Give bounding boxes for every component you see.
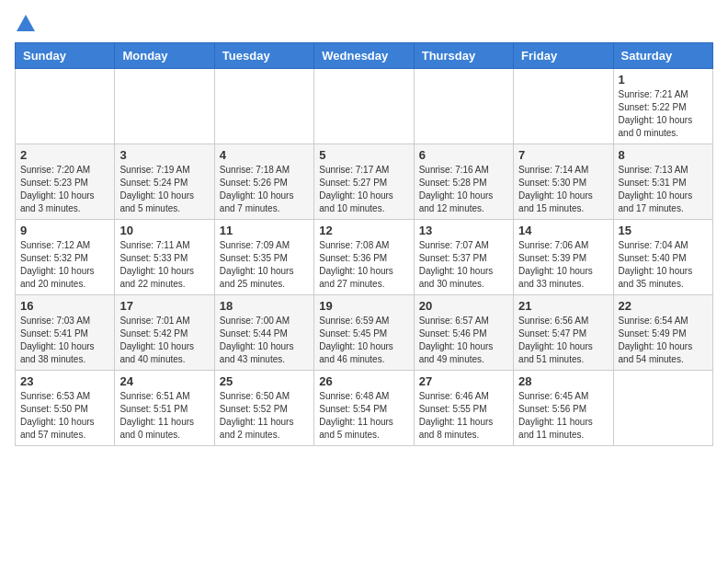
calendar-cell: 24Sunrise: 6:51 AM Sunset: 5:51 PM Dayli… (115, 371, 214, 446)
day-number: 22 (619, 299, 708, 313)
day-info-text: Sunrise: 7:00 AM Sunset: 5:44 PM Dayligh… (220, 315, 309, 366)
day-number: 26 (319, 374, 408, 388)
calendar-cell (613, 371, 712, 446)
logo (15, 15, 35, 35)
calendar-header-row: SundayMondayTuesdayWednesdayThursdayFrid… (16, 43, 713, 69)
day-info-text: Sunrise: 7:20 AM Sunset: 5:23 PM Dayligh… (20, 164, 109, 215)
calendar-cell (514, 69, 613, 144)
day-number: 8 (619, 148, 708, 162)
calendar-table: SundayMondayTuesdayWednesdayThursdayFrid… (15, 42, 713, 446)
calendar-header-thursday: Thursday (414, 43, 513, 69)
day-number: 16 (20, 299, 109, 313)
day-info-text: Sunrise: 7:14 AM Sunset: 5:30 PM Dayligh… (518, 164, 608, 215)
calendar-cell: 11Sunrise: 7:09 AM Sunset: 5:35 PM Dayli… (214, 220, 313, 295)
day-info-text: Sunrise: 6:46 AM Sunset: 5:55 PM Dayligh… (419, 390, 508, 442)
calendar-cell (16, 69, 115, 144)
day-info-text: Sunrise: 7:06 AM Sunset: 5:39 PM Dayligh… (518, 239, 608, 291)
calendar-cell: 2Sunrise: 7:20 AM Sunset: 5:23 PM Daylig… (16, 144, 115, 220)
calendar-cell: 27Sunrise: 6:46 AM Sunset: 5:55 PM Dayli… (414, 371, 513, 446)
calendar-cell (214, 69, 313, 144)
calendar-cell: 16Sunrise: 7:03 AM Sunset: 5:41 PM Dayli… (16, 295, 115, 371)
calendar-cell: 23Sunrise: 6:53 AM Sunset: 5:50 PM Dayli… (16, 371, 115, 446)
calendar-cell: 10Sunrise: 7:11 AM Sunset: 5:33 PM Dayli… (115, 220, 214, 295)
calendar-week-row: 2Sunrise: 7:20 AM Sunset: 5:23 PM Daylig… (16, 144, 713, 220)
day-number: 3 (119, 148, 209, 162)
day-number: 1 (619, 73, 708, 86)
calendar-cell: 17Sunrise: 7:01 AM Sunset: 5:42 PM Dayli… (115, 295, 214, 371)
calendar-week-row: 1Sunrise: 7:21 AM Sunset: 5:22 PM Daylig… (16, 69, 713, 144)
calendar-header-saturday: Saturday (613, 43, 712, 69)
day-number: 19 (319, 299, 408, 313)
day-info-text: Sunrise: 6:59 AM Sunset: 5:45 PM Dayligh… (319, 315, 408, 366)
day-number: 6 (419, 148, 508, 162)
day-number: 25 (220, 374, 309, 388)
calendar-cell: 13Sunrise: 7:07 AM Sunset: 5:37 PM Dayli… (414, 220, 513, 295)
day-info-text: Sunrise: 6:51 AM Sunset: 5:51 PM Dayligh… (119, 390, 209, 442)
calendar-cell: 6Sunrise: 7:16 AM Sunset: 5:28 PM Daylig… (414, 144, 513, 220)
calendar-cell: 15Sunrise: 7:04 AM Sunset: 5:40 PM Dayli… (613, 220, 712, 295)
day-info-text: Sunrise: 7:01 AM Sunset: 5:42 PM Dayligh… (119, 315, 209, 366)
calendar-cell: 3Sunrise: 7:19 AM Sunset: 5:24 PM Daylig… (115, 144, 214, 220)
logo-triangle-icon (17, 15, 35, 31)
day-info-text: Sunrise: 7:08 AM Sunset: 5:36 PM Dayligh… (319, 239, 408, 291)
day-info-text: Sunrise: 7:07 AM Sunset: 5:37 PM Dayligh… (419, 239, 508, 291)
calendar-cell: 7Sunrise: 7:14 AM Sunset: 5:30 PM Daylig… (514, 144, 613, 220)
day-number: 21 (518, 299, 608, 313)
day-info-text: Sunrise: 7:17 AM Sunset: 5:27 PM Dayligh… (319, 164, 408, 215)
day-info-text: Sunrise: 7:09 AM Sunset: 5:35 PM Dayligh… (220, 239, 309, 291)
calendar-header-wednesday: Wednesday (314, 43, 414, 69)
day-number: 2 (20, 148, 109, 162)
calendar-cell: 9Sunrise: 7:12 AM Sunset: 5:32 PM Daylig… (16, 220, 115, 295)
day-number: 11 (220, 224, 309, 237)
day-number: 15 (619, 224, 708, 237)
calendar-cell: 21Sunrise: 6:56 AM Sunset: 5:47 PM Dayli… (514, 295, 613, 371)
calendar-week-row: 16Sunrise: 7:03 AM Sunset: 5:41 PM Dayli… (16, 295, 713, 371)
day-info-text: Sunrise: 7:03 AM Sunset: 5:41 PM Dayligh… (20, 315, 109, 366)
day-number: 28 (518, 374, 608, 388)
day-number: 23 (20, 374, 109, 388)
day-info-text: Sunrise: 7:11 AM Sunset: 5:33 PM Dayligh… (119, 239, 209, 291)
calendar-header-monday: Monday (115, 43, 214, 69)
calendar-cell: 4Sunrise: 7:18 AM Sunset: 5:26 PM Daylig… (214, 144, 313, 220)
calendar-cell: 26Sunrise: 6:48 AM Sunset: 5:54 PM Dayli… (314, 371, 414, 446)
day-number: 24 (119, 374, 209, 388)
calendar-header-friday: Friday (514, 43, 613, 69)
calendar-cell (414, 69, 513, 144)
calendar-cell: 14Sunrise: 7:06 AM Sunset: 5:39 PM Dayli… (514, 220, 613, 295)
day-info-text: Sunrise: 6:53 AM Sunset: 5:50 PM Dayligh… (20, 390, 109, 442)
day-number: 20 (419, 299, 508, 313)
day-number: 14 (518, 224, 608, 237)
calendar-cell: 8Sunrise: 7:13 AM Sunset: 5:31 PM Daylig… (613, 144, 712, 220)
day-number: 10 (119, 224, 209, 237)
calendar-week-row: 23Sunrise: 6:53 AM Sunset: 5:50 PM Dayli… (16, 371, 713, 446)
calendar-cell: 12Sunrise: 7:08 AM Sunset: 5:36 PM Dayli… (314, 220, 414, 295)
day-info-text: Sunrise: 7:04 AM Sunset: 5:40 PM Dayligh… (619, 239, 708, 291)
day-number: 18 (220, 299, 309, 313)
calendar-cell: 1Sunrise: 7:21 AM Sunset: 5:22 PM Daylig… (613, 69, 712, 144)
calendar-cell: 5Sunrise: 7:17 AM Sunset: 5:27 PM Daylig… (314, 144, 414, 220)
day-info-text: Sunrise: 6:57 AM Sunset: 5:46 PM Dayligh… (419, 315, 508, 366)
calendar-week-row: 9Sunrise: 7:12 AM Sunset: 5:32 PM Daylig… (16, 220, 713, 295)
day-info-text: Sunrise: 6:56 AM Sunset: 5:47 PM Dayligh… (518, 315, 608, 366)
day-number: 9 (20, 224, 109, 237)
day-info-text: Sunrise: 7:19 AM Sunset: 5:24 PM Dayligh… (119, 164, 209, 215)
day-info-text: Sunrise: 6:54 AM Sunset: 5:49 PM Dayligh… (619, 315, 708, 366)
day-number: 4 (220, 148, 309, 162)
day-info-text: Sunrise: 6:45 AM Sunset: 5:56 PM Dayligh… (518, 390, 608, 442)
day-number: 17 (119, 299, 209, 313)
page-header (15, 15, 713, 35)
calendar-header-sunday: Sunday (16, 43, 115, 69)
day-info-text: Sunrise: 7:18 AM Sunset: 5:26 PM Dayligh… (220, 164, 309, 215)
day-number: 27 (419, 374, 508, 388)
calendar-cell: 18Sunrise: 7:00 AM Sunset: 5:44 PM Dayli… (214, 295, 313, 371)
day-info-text: Sunrise: 7:13 AM Sunset: 5:31 PM Dayligh… (619, 164, 708, 215)
day-info-text: Sunrise: 7:21 AM Sunset: 5:22 PM Dayligh… (619, 88, 708, 140)
calendar-cell (115, 69, 214, 144)
day-number: 7 (518, 148, 608, 162)
day-number: 13 (419, 224, 508, 237)
calendar-cell: 22Sunrise: 6:54 AM Sunset: 5:49 PM Dayli… (613, 295, 712, 371)
day-number: 5 (319, 148, 408, 162)
calendar-cell: 25Sunrise: 6:50 AM Sunset: 5:52 PM Dayli… (214, 371, 313, 446)
calendar-header-tuesday: Tuesday (214, 43, 313, 69)
day-info-text: Sunrise: 6:50 AM Sunset: 5:52 PM Dayligh… (220, 390, 309, 442)
